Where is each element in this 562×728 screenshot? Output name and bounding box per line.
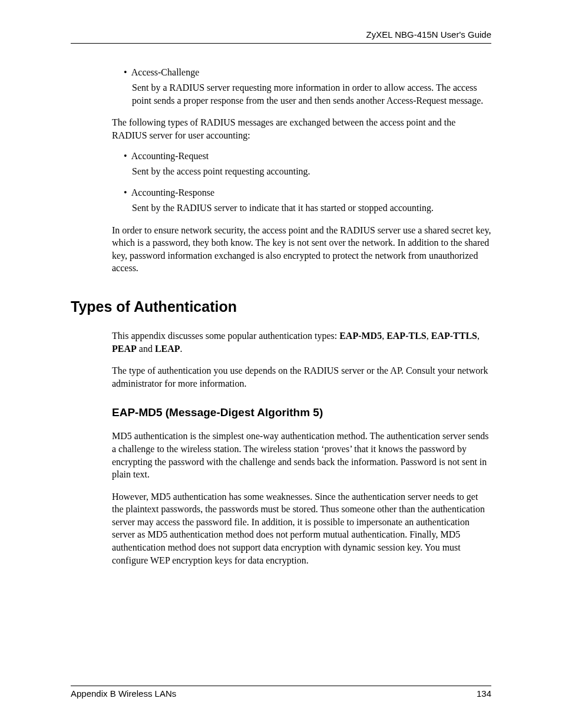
- intro-post: .: [180, 344, 183, 354]
- sep: ,: [427, 331, 431, 341]
- bullet-item: • Access-Challenge: [124, 67, 491, 78]
- sep: ,: [382, 331, 386, 341]
- bullet-description: Sent by a RADIUS server requesting more …: [132, 81, 491, 107]
- page-footer: Appendix B Wireless LANs 134: [71, 686, 491, 699]
- auth-type: LEAP: [155, 344, 180, 354]
- paragraph: The following types of RADIUS messages a…: [112, 116, 491, 141]
- page-header: ZyXEL NBG-415N User's Guide: [71, 29, 491, 43]
- paragraph: In order to ensure network security, the…: [112, 224, 491, 275]
- footer-left: Appendix B Wireless LANs: [71, 689, 176, 699]
- document-page: ZyXEL NBG-415N User's Guide • Access-Cha…: [0, 0, 562, 728]
- paragraph: The type of authentication you use depen…: [112, 364, 491, 390]
- auth-type: EAP-MD5: [339, 331, 382, 341]
- sep: and: [137, 344, 155, 354]
- subsection-heading: EAP-MD5 (Message-Digest Algorithm 5): [112, 406, 491, 419]
- body-content: • Access-Challenge Sent by a RADIUS serv…: [112, 67, 491, 275]
- bullet-list-b: • Accounting-Request Sent by the access …: [124, 151, 491, 214]
- section-heading: Types of Authentication: [71, 298, 491, 315]
- bullet-label: Access-Challenge: [131, 67, 200, 77]
- bullet-description: Sent by the access point requesting acco…: [132, 165, 491, 178]
- auth-type: PEAP: [112, 344, 137, 354]
- sep: ,: [477, 331, 480, 341]
- paragraph-intro: This appendix discusses some popular aut…: [112, 330, 491, 355]
- bullet-list-a: • Access-Challenge Sent by a RADIUS serv…: [124, 67, 491, 107]
- bullet-item: • Accounting-Request: [124, 151, 491, 162]
- intro-pre: This appendix discusses some popular aut…: [112, 331, 339, 341]
- header-guide-title: ZyXEL NBG-415N User's Guide: [366, 29, 491, 39]
- header-rule: [71, 43, 491, 44]
- section-body: This appendix discusses some popular aut…: [112, 330, 491, 566]
- auth-type: EAP-TLS: [386, 331, 427, 341]
- auth-type: EAP-TTLS: [431, 331, 477, 341]
- footer-line: Appendix B Wireless LANs 134: [71, 689, 491, 699]
- footer-rule: [71, 686, 491, 686]
- paragraph: However, MD5 authentication has some wea…: [112, 490, 491, 567]
- bullet-label: Accounting-Request: [131, 151, 209, 161]
- paragraph: MD5 authentication is the simplest one-w…: [112, 430, 491, 480]
- footer-page-number: 134: [477, 689, 491, 699]
- bullet-description: Sent by the RADIUS server to indicate th…: [132, 202, 491, 215]
- bullet-label: Accounting-Response: [131, 187, 214, 197]
- bullet-item: • Accounting-Response: [124, 187, 491, 198]
